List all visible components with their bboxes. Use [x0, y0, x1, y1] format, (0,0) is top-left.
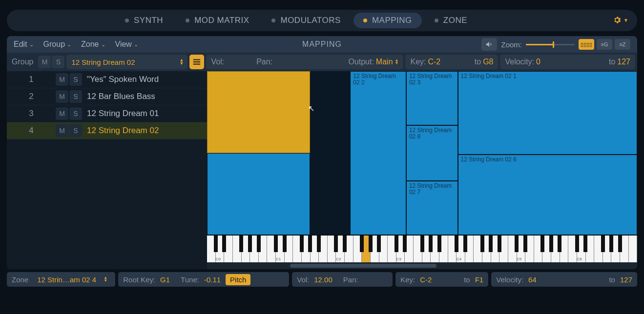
piano-key-black[interactable] [609, 236, 613, 252]
solo-button[interactable]: S [69, 124, 82, 137]
zone-block[interactable]: 12 String Dream 02 1 [458, 71, 637, 155]
velocity-high[interactable]: 127 [617, 58, 630, 66]
solo-button[interactable]: S [52, 56, 64, 68]
tab-zone[interactable]: ZONE [425, 13, 477, 28]
pitch-button[interactable]: Pitch [226, 274, 250, 285]
key-high[interactable]: F1 [475, 275, 484, 284]
piano-key-black[interactable] [515, 236, 519, 252]
piano-key-black[interactable] [395, 236, 398, 252]
zone-block[interactable] [310, 71, 350, 235]
piano-keyboard[interactable]: C0C1C2C3C4C5C6 [207, 235, 637, 262]
piano-key-black[interactable] [334, 236, 338, 252]
zone-selector[interactable]: 12 Strin…am 02 4 ▲▼ [33, 272, 110, 287]
mapping-panel: Edit⌄ Group⌄ Zone⌄ View⌄ MAPPING Zoom: ▯… [7, 36, 637, 269]
piano-key-black[interactable] [601, 236, 605, 252]
piano-key-black[interactable] [437, 236, 441, 252]
piano-key-black[interactable] [463, 236, 467, 252]
piano-key-black[interactable] [618, 236, 622, 252]
rootkey-value[interactable]: G1 [160, 275, 170, 284]
piano-key-black[interactable] [222, 236, 226, 252]
solo-button[interactable]: S [69, 73, 82, 86]
vol-value[interactable]: 12.00 [314, 275, 332, 284]
solo-button[interactable]: S [69, 90, 82, 103]
mute-button[interactable]: M [38, 56, 51, 68]
key-high[interactable]: G8 [483, 58, 493, 66]
settings-menu[interactable]: ▼ [613, 16, 628, 24]
solo-button[interactable]: S [69, 107, 82, 120]
group-list[interactable]: 1 MS "Yes" Spoken Word2 MS 12 Bar Blues … [7, 71, 207, 269]
zoom-slider[interactable] [526, 44, 575, 45]
piano-key-black[interactable] [308, 236, 312, 252]
menu-label: View [115, 40, 132, 49]
piano-key-black[interactable] [575, 236, 579, 252]
piano-key-black[interactable] [498, 236, 501, 252]
view-zone-button[interactable]: ≡Z [615, 39, 630, 50]
piano-key-black[interactable] [214, 236, 218, 252]
group-name: 12 String Dream 01 [82, 109, 159, 118]
piano-key-black[interactable] [300, 236, 304, 252]
group-row[interactable]: 4 MS 12 String Dream 02 [7, 122, 207, 139]
mute-button[interactable]: M [56, 107, 68, 120]
piano-key-black[interactable] [489, 236, 493, 252]
zone-block[interactable]: 12 String Dream 02 3 [406, 71, 458, 125]
key-low[interactable]: C-2 [428, 58, 440, 66]
piano-key-black[interactable] [369, 236, 373, 252]
audition-button[interactable] [481, 38, 497, 51]
group-row[interactable]: 2 MS 12 Bar Blues Bass [7, 88, 207, 105]
piano-key-black[interactable] [377, 236, 381, 252]
tab-synth[interactable]: SYNTH [115, 13, 173, 28]
zone-block[interactable]: 12 String Dream 02 7 [406, 181, 458, 235]
mute-button[interactable]: M [56, 124, 68, 137]
piano-key[interactable] [629, 236, 637, 262]
velocity-high[interactable]: 127 [620, 275, 632, 284]
piano-key-black[interactable] [248, 236, 252, 252]
tab-mapping[interactable]: MAPPING [353, 13, 422, 28]
piano-key-black[interactable] [360, 236, 364, 252]
menu-zone[interactable]: Zone⌄ [76, 40, 110, 49]
octave-label: C4 [457, 257, 461, 261]
zone-block[interactable]: 12 String Dream 02 2 [350, 71, 406, 235]
mute-button[interactable]: M [56, 73, 68, 86]
velocity-low[interactable]: 64 [528, 275, 537, 284]
mute-button[interactable]: M [56, 90, 68, 103]
tab-modmatrix[interactable]: MOD MATRIX [176, 13, 259, 28]
zone-canvas[interactable]: 12 String Dream 02 212 String Dream 02 3… [207, 71, 637, 235]
zone-block[interactable]: 12 String Dream 02 8 [406, 125, 458, 181]
piano-key-black[interactable] [274, 236, 278, 252]
zone-block[interactable] [207, 71, 310, 153]
piano-key-black[interactable] [317, 236, 321, 252]
piano-key-black[interactable] [403, 236, 407, 252]
piano-key-black[interactable] [257, 236, 261, 252]
piano-key-black[interactable] [540, 236, 544, 252]
output-value[interactable]: Main [376, 58, 393, 66]
piano-key-black[interactable] [283, 236, 287, 252]
piano-key-black[interactable] [583, 236, 587, 252]
group-row[interactable]: 3 MS 12 String Dream 01 [7, 105, 207, 122]
view-group-button[interactable]: ≡G [597, 39, 612, 50]
group-row[interactable]: 1 MS "Yes" Spoken Word [7, 71, 207, 88]
scrollbar-thumb[interactable] [290, 264, 436, 268]
group-selector[interactable]: 12 String Dream 02 ▲▼ [66, 55, 187, 69]
piano-key-black[interactable] [455, 236, 458, 252]
group-list-toggle[interactable] [189, 55, 204, 69]
key-low[interactable]: C-2 [420, 275, 432, 284]
velocity-low[interactable]: 0 [536, 58, 540, 66]
piano-key-black[interactable] [420, 236, 424, 252]
piano-key-black[interactable] [549, 236, 553, 252]
piano-key-black[interactable] [523, 236, 527, 252]
menu-edit[interactable]: Edit⌄ [9, 40, 39, 49]
zone-block[interactable]: 12 String Dream 02 6 [458, 155, 637, 235]
piano-key-black[interactable] [429, 236, 433, 252]
horizontal-scrollbar[interactable] [207, 262, 637, 269]
piano-key-black[interactable] [239, 236, 243, 252]
updown-icon[interactable]: ▲▼ [395, 59, 399, 65]
zone-block[interactable] [207, 153, 310, 235]
tune-value[interactable]: -0.11 [204, 275, 221, 284]
view-keyboard-button[interactable]: ▯▯▯▯ [579, 39, 594, 50]
menu-group[interactable]: Group⌄ [39, 40, 76, 49]
tab-modulators[interactable]: MODULATORS [262, 13, 350, 28]
piano-key-black[interactable] [558, 236, 561, 252]
menu-view[interactable]: View⌄ [110, 40, 143, 49]
piano-key-black[interactable] [480, 236, 484, 252]
piano-key-black[interactable] [343, 236, 347, 252]
